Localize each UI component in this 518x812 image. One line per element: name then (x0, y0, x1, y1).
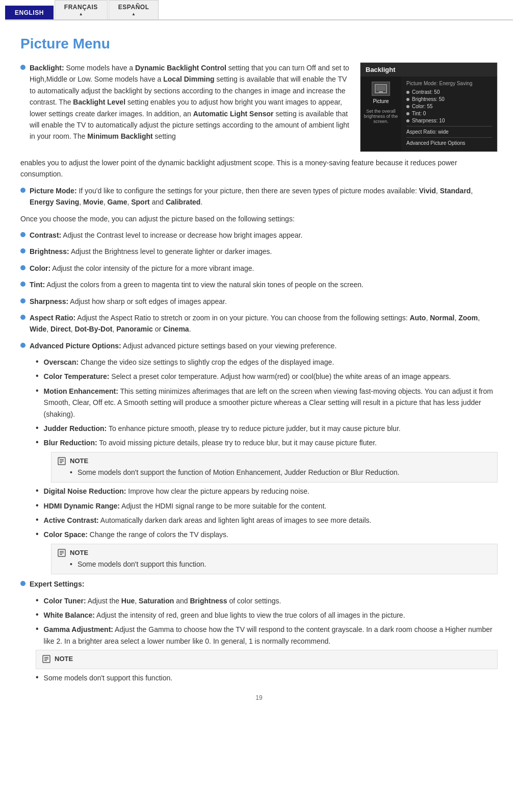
tv-menu-icon-label: Picture (373, 98, 388, 104)
language-tabs: ENGLISH FRANÇAIS ▲ ESPAÑOL ▲ (0, 0, 518, 19)
contrast-bullet: Contrast: Adjust the Contrast level to i… (20, 230, 498, 241)
tv-menu-right: Picture Mode: Energy Saving Contrast: 50… (401, 77, 497, 151)
note3-sub-bullet: • Some models don't support this functio… (36, 672, 498, 683)
blur-reduction-sub: • Blur Reduction: To avoid missing pictu… (36, 437, 498, 448)
bullet-circle-expert (20, 581, 25, 586)
digital-noise-sub: • Digital Noise Reduction: Improve how c… (36, 486, 498, 497)
overscan-sub: • Overscan: Change the video size settin… (36, 357, 498, 368)
note-label-3: NOTE (55, 655, 73, 663)
overscan-dot: • (36, 358, 39, 368)
tv-menu-item-brightness: Brightness: 50 (406, 96, 492, 102)
backlight-text: Backlight: Some models have a Dynamic Ba… (20, 62, 350, 152)
tint-bullet: Tint: Adjust the colors from a green to … (20, 279, 498, 290)
dot-brightness (406, 98, 409, 101)
motion-enhancement-dot: • (36, 387, 39, 420)
gamma-dot: • (36, 625, 39, 647)
expert-settings-text: Expert Settings: (30, 578, 498, 590)
bullet-circle-sharpness (20, 298, 25, 303)
tv-menu-icon (372, 82, 390, 96)
dot-color (406, 105, 409, 108)
tv-menu-caption: Set the overall brightness of the screen… (363, 109, 399, 124)
brightness-bullet: Brightness: Adjust the Brightness level … (20, 246, 498, 257)
note-box-1: NOTE • Some models don't support the fun… (51, 452, 498, 483)
hdmi-range-sub: • HDMI Dynamic Range: Adjust the HDMI si… (36, 500, 498, 512)
blur-dot: • (36, 438, 39, 448)
bullet-circle-tint (20, 282, 25, 287)
bullet-circle-advanced (20, 343, 25, 348)
tv-menu-aspect: Aspect Ratio: wide (406, 129, 492, 135)
digital-noise-dot: • (36, 487, 39, 497)
page-number: 19 (20, 694, 498, 701)
note-icon-2 (58, 549, 66, 559)
picture-mode-label: Picture Mode: (30, 187, 77, 195)
svg-rect-2 (379, 91, 383, 92)
tint-text: Tint: Adjust the colors from a green to … (30, 279, 498, 290)
note-content-2: NOTE • Some models don't support this fu… (70, 548, 491, 570)
backlight-label: Backlight: (30, 64, 64, 72)
note-label-1: NOTE (70, 457, 88, 465)
francais-triangle: ▲ (64, 12, 98, 16)
note-svg-icon-2 (58, 549, 66, 557)
motion-enhancement-sub: • Motion Enhancement: This setting minim… (36, 386, 498, 420)
bullet-circle-contrast (20, 232, 25, 237)
note-svg-icon-3 (42, 655, 50, 663)
lang-tab-espanol[interactable]: ESPAÑOL ▲ (109, 0, 159, 19)
espanol-triangle: ▲ (118, 12, 149, 16)
expert-settings-label: Expert Settings: (30, 580, 84, 588)
main-content: Picture Menu Backlight: Some models have… (0, 20, 518, 722)
contrast-text: Contrast: Adjust the Contrast level to i… (30, 230, 498, 241)
active-contrast-dot: • (36, 516, 39, 526)
color-space-sub: • Color Space: Change the range of color… (36, 529, 498, 540)
color-bullet: Color: Adjust the color intensity of the… (20, 263, 498, 274)
advanced-picture-text: Advanced Picture Options: Adjust advance… (30, 340, 498, 351)
dot-contrast (406, 91, 409, 94)
color-tuner-dot: • (36, 596, 39, 606)
tv-menu-item-tint: Tint: 0 (406, 111, 492, 116)
note-svg-icon-1 (58, 457, 66, 465)
tv-menu-body: Picture Set the overall brightness of th… (360, 77, 497, 151)
bullet-circle-picturemode (20, 188, 25, 193)
tv-menu-left: Picture Set the overall brightness of th… (360, 77, 401, 151)
tv-menu-item-sharpness: Sharpness: 10 (406, 118, 492, 123)
once-choose-line: Once you choose the mode, you can adjust… (20, 213, 498, 224)
color-temp-dot: • (36, 372, 39, 382)
lang-tab-english[interactable]: ENGLISH (5, 6, 54, 19)
tv-menu-item-contrast: Contrast: 50 (406, 89, 492, 95)
tv-menu: Backlight Picture Set the overall bright… (360, 62, 498, 152)
expert-sub-bullets: • Color Tuner: Adjust the Hue, Saturatio… (36, 595, 498, 684)
note-box-3: NOTE (36, 650, 498, 669)
tv-menu-item-color: Color: 55 (406, 104, 492, 109)
color-tuner-sub: • Color Tuner: Adjust the Hue, Saturatio… (36, 595, 498, 606)
note-sub-bullet-1: • Some models don't support the function… (70, 467, 491, 478)
page-title: Picture Menu (20, 36, 498, 52)
advanced-sub-bullets: • Overscan: Change the video size settin… (36, 357, 498, 574)
aspect-ratio-text: Aspect Ratio: Adjust the Aspect Ratio to… (30, 312, 498, 335)
tv-menu-header: Backlight (360, 63, 497, 77)
judder-reduction-sub: • Judder Reduction: To enhance picture s… (36, 423, 498, 434)
white-balance-dot: • (36, 611, 39, 621)
judder-dot: • (36, 424, 39, 434)
note-icon-1 (58, 457, 66, 467)
gamma-adjustment-sub: • Gamma Adjustment: Adjust the Gamma to … (36, 624, 498, 647)
sharpness-text: Sharpness: Adjust how sharp or soft edge… (30, 296, 498, 307)
svg-rect-1 (376, 86, 385, 91)
dot-tint (406, 112, 409, 115)
note-box-2: NOTE • Some models don't support this fu… (51, 544, 498, 574)
expert-settings-bullet: Expert Settings: (20, 578, 498, 590)
picture-mode-bullet: Picture Mode: If you'd like to configure… (20, 185, 498, 208)
note-label-2: NOTE (70, 549, 88, 556)
white-balance-sub: • White Balance: Adjust the intensity of… (36, 610, 498, 621)
tv-menu-divider2 (406, 137, 492, 138)
bullet-circle-backlight (20, 65, 25, 70)
color-temp-sub: • Color Temperature: Select a preset col… (36, 371, 498, 382)
aspect-ratio-bullet: Aspect Ratio: Adjust the Aspect Ratio to… (20, 312, 498, 335)
note3-dot: • (36, 673, 39, 683)
lang-tab-francais[interactable]: FRANÇAIS ▲ (55, 0, 108, 19)
brightness-text: Brightness: Adjust the Brightness level … (30, 246, 498, 257)
tv-menu-divider1 (406, 126, 492, 126)
note-sub-bullet-2: • Some models don't support this functio… (70, 559, 491, 570)
dot-sharpness (406, 119, 409, 122)
note-icon-3 (42, 655, 50, 665)
tv-menu-mode: Picture Mode: Energy Saving (406, 81, 492, 86)
color-space-dot: • (36, 530, 39, 540)
